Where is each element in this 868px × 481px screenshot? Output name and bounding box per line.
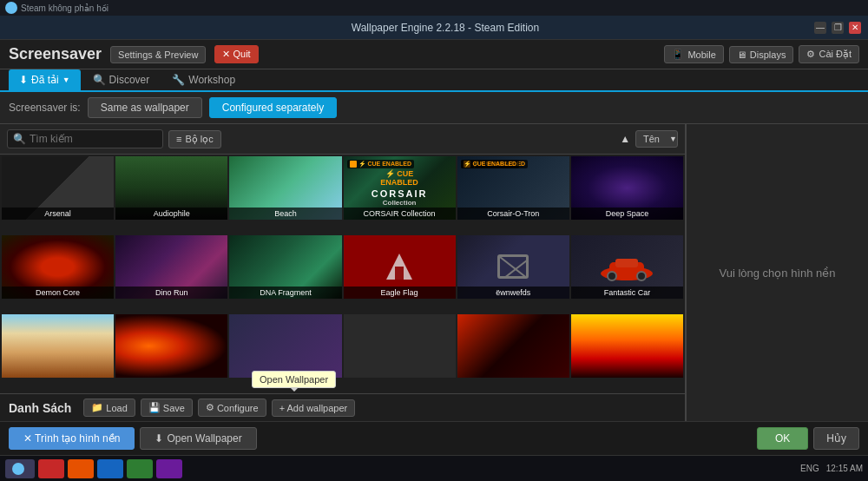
left-panel: 🔍 ≡ Bộ lọc ▲ Tên ▼ ArsenalAudiophileBeac… — [0, 124, 686, 421]
wallpaper-label-12: Fantastic Car — [571, 287, 683, 299]
wallpaper-item-1[interactable]: Arsenal — [2, 156, 114, 220]
main-content: 🔍 ≡ Bộ lọc ▲ Tên ▼ ArsenalAudiophileBeac… — [0, 124, 868, 421]
wallpaper-item-5[interactable]: ⚡ CUE ENABLEDCorsair-O-Tron⚡ CUE ENABLED — [457, 156, 569, 220]
taskbar: ENG 12:15 AM — [0, 455, 868, 481]
taskbar-lang: ENG — [800, 464, 819, 473]
install-button[interactable]: ⚙ Cài Đặt — [799, 45, 859, 63]
preview-text: Vui lòng chọn hình nền — [701, 249, 852, 297]
app-title: Screensaver — [9, 45, 102, 63]
title-bar: Wallpaper Engine 2.2.18 - Steam Edition … — [0, 16, 868, 40]
wallpaper-item-10[interactable]: Eagle Flag — [344, 235, 456, 299]
wallpaper-item-14[interactable] — [115, 314, 227, 378]
configured-separately-button[interactable]: Configured separately — [209, 97, 337, 118]
open-wallpaper-button[interactable]: ⬇ Open Wallpaper — [140, 427, 256, 450]
load-icon: 📁 — [91, 402, 103, 413]
cancel-button[interactable]: Hủy — [813, 427, 859, 450]
add-wallpaper-button[interactable]: + Add wallpaper — [272, 399, 356, 417]
wallpaper-item-15[interactable] — [229, 314, 341, 378]
collapse-icon[interactable]: ▲ — [620, 133, 630, 145]
save-button[interactable]: 💾 Save — [141, 399, 193, 417]
mobile-button[interactable]: 📱 Mobile — [664, 45, 723, 63]
steam-bar: Steam không phản hồi — [0, 0, 868, 16]
taskbar-time: 12:15 AM — [826, 464, 863, 473]
search-icon: 🔍 — [13, 133, 26, 145]
taskbar-item-5[interactable] — [156, 459, 182, 478]
workshop-icon: 🔧 — [172, 74, 185, 86]
wallpaper-label-7: Demon Core — [2, 287, 114, 299]
right-panel: Vui lòng chọn hình nền — [686, 124, 868, 421]
taskbar-item-1[interactable] — [38, 459, 64, 478]
create-screensaver-button[interactable]: ✕ Trình tạo hình nền — [9, 427, 135, 450]
svg-rect-1 — [395, 267, 404, 280]
svg-point-7 — [608, 272, 616, 280]
filter-button[interactable]: ≡ Bộ lọc — [168, 130, 221, 148]
svg-rect-6 — [615, 259, 638, 267]
maximize-button[interactable]: ❐ — [832, 22, 844, 34]
displays-button[interactable]: 🖥 Displays — [729, 46, 794, 63]
config-label: Screensaver is: — [9, 102, 81, 114]
close-button[interactable]: ✕ — [849, 22, 861, 34]
config-row: Screensaver is: Same as wallpaper Config… — [0, 92, 868, 124]
taskbar-item-4[interactable] — [127, 459, 153, 478]
filter-icon: ≡ — [176, 134, 181, 144]
wallpaper-label-1: Arsenal — [2, 208, 114, 220]
wallpaper-item-9[interactable]: DNA Fragment — [229, 235, 341, 299]
search-input[interactable] — [30, 133, 142, 145]
footer-bar: ✕ Trình tạo hình nền ⬇ Open Wallpaper OK… — [0, 421, 868, 455]
taskbar-item-3[interactable] — [97, 459, 123, 478]
taskbar-steam-item[interactable] — [5, 459, 35, 478]
wallpaper-grid: ArsenalAudiophileBeach⚡ CUE ENABLEDCORSA… — [0, 155, 685, 393]
app-window: Screensaver Settings & Preview ✕ Quit 📱 … — [0, 40, 868, 455]
window-title: Wallpaper Engine 2.2.18 - Steam Edition — [76, 22, 814, 34]
wallpaper-item-6[interactable]: Deep Space — [571, 156, 683, 220]
bottom-bar: Danh Sách 📁 Load 💾 Save ⚙ Configure + Ad… — [0, 393, 685, 421]
taskbar-right: ENG 12:15 AM — [800, 464, 863, 473]
wallpaper-item-13[interactable] — [2, 314, 114, 378]
configure-icon: ⚙ — [206, 402, 214, 413]
wallpaper-label-4: CORSAIR Collection — [344, 208, 456, 220]
steam-logo-icon — [5, 2, 17, 14]
dropdown-icon: ▼ — [62, 76, 70, 84]
settings-preview-button[interactable]: Settings & Preview — [110, 46, 206, 63]
wallpaper-label-10: Eagle Flag — [344, 287, 456, 299]
displays-icon: 🖥 — [737, 49, 746, 60]
quit-button[interactable]: ✕ Quit — [214, 45, 258, 63]
same-as-wallpaper-button[interactable]: Same as wallpaper — [88, 97, 202, 118]
open-wallpaper-tooltip: Open Wallpaper — [252, 371, 336, 388]
wallpaper-label-9: DNA Fragment — [229, 287, 341, 299]
search-bar: 🔍 ≡ Bộ lọc ▲ Tên ▼ — [0, 124, 685, 155]
download-icon: ⬇ — [19, 74, 28, 86]
wallpaper-item-16[interactable] — [344, 314, 456, 378]
nav-tabs: ⬇ Đã tải ▼ 🔍 Discover 🔧 Workshop — [0, 69, 868, 92]
mobile-icon: 📱 — [672, 49, 684, 60]
svg-line-2 — [500, 257, 529, 279]
taskbar-item-2[interactable] — [68, 459, 94, 478]
gear-icon: ⚙ — [806, 49, 815, 60]
configure-button[interactable]: ⚙ Configure — [198, 399, 266, 417]
steam-status: Steam không phản hồi — [21, 3, 108, 13]
wallpaper-item-17[interactable] — [457, 314, 569, 378]
ok-button[interactable]: OK — [757, 427, 808, 450]
tab-workshop[interactable]: 🔧 Workshop — [161, 69, 246, 90]
wallpaper-item-7[interactable]: Demon Core — [2, 235, 114, 299]
wallpaper-label-3: Beach — [229, 208, 341, 220]
playlist-title: Danh Sách — [9, 401, 71, 415]
wallpaper-label-2: Audiophile — [115, 208, 227, 220]
minimize-button[interactable]: — — [814, 22, 826, 34]
load-button[interactable]: 📁 Load — [83, 399, 135, 417]
wallpaper-item-3[interactable]: Beach — [229, 156, 341, 220]
sort-collapse: ▲ Tên ▼ — [620, 130, 678, 148]
wallpaper-item-18[interactable] — [571, 314, 683, 378]
wallpaper-label-5: Corsair-O-Tron — [457, 208, 569, 220]
wallpaper-item-4[interactable]: ⚡ CUE ENABLEDCORSAIR Collection⚡ CUE ENA… — [344, 156, 456, 220]
wallpaper-item-12[interactable]: Fantastic Car — [571, 235, 683, 299]
sort-dropdown-icon: ▼ — [669, 135, 677, 143]
tab-discover[interactable]: 🔍 Discover — [82, 69, 161, 90]
svg-point-8 — [637, 272, 646, 280]
save-icon: 💾 — [148, 402, 161, 413]
search-input-wrap[interactable]: 🔍 — [7, 129, 163, 148]
wallpaper-item-11[interactable]: ëwnwefds — [457, 235, 569, 299]
wallpaper-item-8[interactable]: Dino Run — [115, 235, 227, 299]
tab-downloaded[interactable]: ⬇ Đã tải ▼ — [9, 69, 81, 90]
wallpaper-item-2[interactable]: Audiophile — [115, 156, 227, 220]
